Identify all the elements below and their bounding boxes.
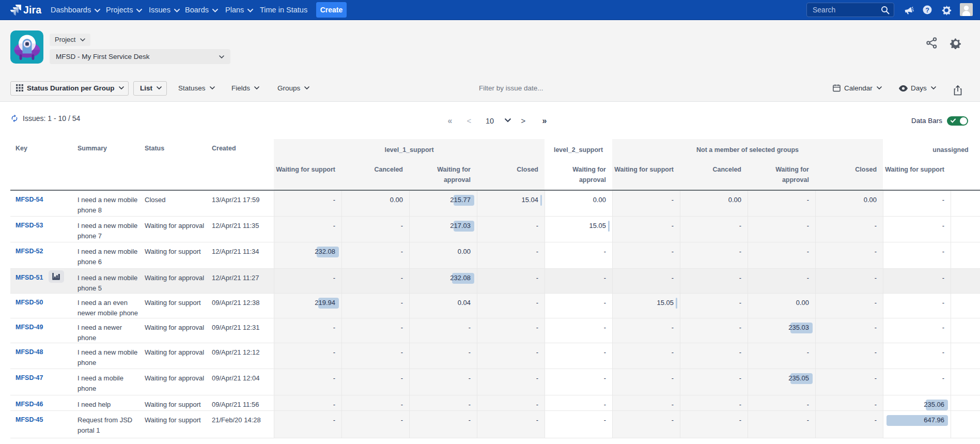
svg-text:?: ? — [925, 7, 929, 14]
